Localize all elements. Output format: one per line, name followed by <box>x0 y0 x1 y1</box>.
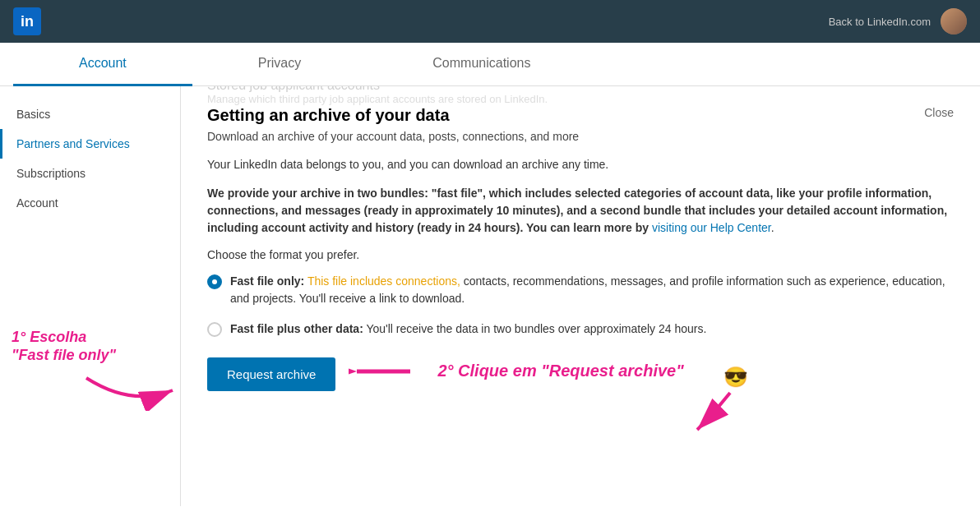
radio-option-fast-file-plus[interactable]: Fast file plus other data: You'll receiv… <box>207 320 954 338</box>
back-to-linkedin-link[interactable]: Back to LinkedIn.com <box>829 16 931 28</box>
close-button[interactable]: Close <box>924 106 954 119</box>
content-title: Getting an archive of your data <box>207 106 954 125</box>
annotation-choose-fast-file: 1° Escolha "Fast file only" <box>12 329 116 364</box>
radio-option-fast-file[interactable]: Fast file only: This file includes conne… <box>207 273 954 307</box>
request-archive-button[interactable]: Request archive <box>207 357 335 391</box>
content-subtitle: Download an archive of your account data… <box>207 130 954 143</box>
tabs-bar: Account Privacy Communications <box>0 43 980 86</box>
sidebar-item-basics[interactable]: Basics <box>0 99 180 129</box>
sidebar: Basics Partners and Services Subscriptio… <box>0 86 181 506</box>
topbar-right: Back to LinkedIn.com <box>829 8 967 35</box>
radio-fast-file-text: Fast file only: This file includes conne… <box>230 273 954 307</box>
radio-fast-file-btn[interactable] <box>207 274 222 289</box>
cool-emoji: 😎 <box>723 366 748 389</box>
sidebar-item-subscriptions[interactable]: Subscriptions <box>0 159 180 188</box>
bottom-annotation-area: Request archive 2° Clique em "Request ar… <box>207 351 954 391</box>
sidebar-item-account[interactable]: Account <box>0 188 180 218</box>
help-center-link[interactable]: visiting our Help Center <box>652 221 771 234</box>
radio-fast-file-plus-btn[interactable] <box>207 322 222 337</box>
content-area: Stored job applicant accounts Manage whi… <box>181 86 980 506</box>
topbar: in Back to LinkedIn.com <box>0 0 980 43</box>
radio-fast-file-plus-text: Fast file plus other data: You'll receiv… <box>230 320 706 338</box>
paragraph-1: Your LinkedIn data belongs to you, and y… <box>207 156 954 173</box>
tab-communications[interactable]: Communications <box>367 43 596 86</box>
arrow-3-icon <box>349 355 414 388</box>
linkedin-logo[interactable]: in <box>13 7 41 35</box>
sidebar-item-partners-and-services[interactable]: Partners and Services <box>0 129 180 159</box>
avatar-image <box>941 8 967 35</box>
paragraph-2: We provide your archive in two bundles: … <box>207 185 954 237</box>
avatar[interactable] <box>941 8 967 35</box>
main-layout: Basics Partners and Services Subscriptio… <box>0 86 980 506</box>
tab-account[interactable]: Account <box>13 43 192 86</box>
tab-privacy[interactable]: Privacy <box>192 43 367 86</box>
content-body: Your LinkedIn data belongs to you, and y… <box>207 156 954 391</box>
arrow-2-icon <box>689 389 738 438</box>
blurred-section: Stored job applicant accounts Manage whi… <box>181 86 980 105</box>
annotation-request-archive: 2° Clique em "Request archive" <box>437 362 683 380</box>
arrow-1-icon <box>82 370 181 411</box>
format-label: Choose the format you prefer. <box>207 248 954 261</box>
